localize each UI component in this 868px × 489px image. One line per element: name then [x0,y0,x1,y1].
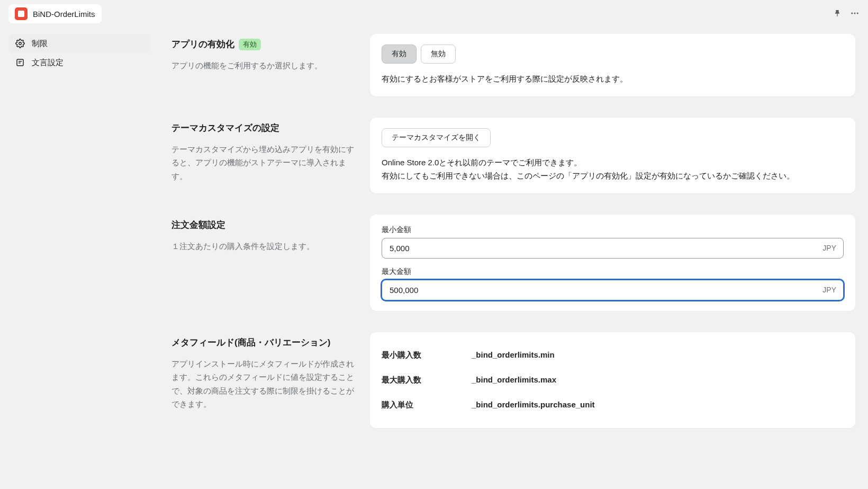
section-activation: アプリの有効化 有効 アプリの機能をご利用するか選択します。 有効 無効 有効に… [171,34,855,96]
disable-button[interactable]: 無効 [421,45,456,64]
note-icon [15,57,25,68]
section-title: アプリの有効化 有効 [171,38,359,50]
max-amount-label: 最大金額 [382,267,844,277]
app-logo [15,7,28,20]
section-title: 注文金額設定 [171,219,359,231]
min-amount-input[interactable] [382,238,844,259]
section-info: メタフィールド(商品・バリエーション) アプリインストール時にメタフィールドが作… [171,332,359,428]
section-desc: テーマカスタマイズから埋め込みアプリを有効にすると、アプリの機能がストアテーマに… [171,143,359,183]
theme-note-2: 有効にしてもご利用できない場合は、このページの「アプリの有効化」設定が有効になっ… [382,169,844,183]
section-desc: アプリインストール時にメタフィールドが作成されます。これらのメタフィールドに値を… [171,357,359,411]
sidebar-item-label: 制限 [32,39,48,49]
metafield-card: 最小購入数 _bind_orderlimits.min 最大購入数 _bind_… [370,332,855,428]
section-title: メタフィールド(商品・バリエーション) [171,336,359,349]
activation-note: 有効にするとお客様がストアをご利用する際に設定が反映されます。 [382,72,844,86]
section-title-text: アプリの有効化 [171,38,234,50]
svg-point-2 [857,12,858,14]
sidebar-item-text-settings[interactable]: 文言設定 [8,53,150,72]
section-title-text: 注文金額設定 [171,219,225,231]
main-content: アプリの有効化 有効 アプリの機能をご利用するか選択します。 有効 無効 有効に… [159,28,868,489]
sidebar-item-limits[interactable]: 制限 [8,34,150,53]
meta-row: 最小購入数 _bind_orderlimits.min [382,343,844,368]
svg-point-1 [854,12,856,14]
max-amount-input[interactable] [382,280,844,300]
meta-label: 最大購入数 [382,375,472,385]
meta-row: 最大購入数 _bind_orderlimits.max [382,368,844,393]
section-title-text: メタフィールド(商品・バリエーション) [171,336,330,349]
max-amount-input-wrap: JPY [382,280,844,300]
meta-value: _bind_orderlimits.min [472,350,555,360]
meta-row: 購入単位 _bind_orderlimits.purchase_unit [382,393,844,417]
meta-value: _bind_orderlimits.max [472,375,556,385]
meta-label: 最小購入数 [382,350,472,360]
min-amount-group: 最小金額 JPY [382,225,844,259]
section-amount: 注文金額設定 １注文あたりの購入条件を設定します。 最小金額 JPY 最大金額 [171,215,855,311]
svg-point-0 [851,12,853,14]
section-title: テーマカスタマイズの設定 [171,122,359,134]
sidebar-item-label: 文言設定 [32,58,64,68]
svg-point-3 [19,42,22,45]
app-header-right [833,8,860,20]
amount-card: 最小金額 JPY 最大金額 JPY [370,215,855,311]
app-header: BiND-OrderLimits [0,0,868,28]
open-theme-customize-button[interactable]: テーマカスタマイズを開く [382,128,491,147]
toggle-button-group: 有効 無効 [382,45,844,64]
section-desc: アプリの機能をご利用するか選択します。 [171,59,359,73]
section-info: 注文金額設定 １注文あたりの購入条件を設定します。 [171,215,359,311]
status-badge: 有効 [239,39,261,50]
section-info: アプリの有効化 有効 アプリの機能をご利用するか選択します。 [171,34,359,96]
enable-button[interactable]: 有効 [382,45,417,64]
sidebar: 制限 文言設定 [0,28,159,489]
app-header-left: BiND-OrderLimits [8,4,102,23]
section-info: テーマカスタマイズの設定 テーマカスタマイズから埋め込みアプリを有効にすると、ア… [171,118,359,193]
gear-icon [15,38,25,49]
theme-card: テーマカスタマイズを開く Online Store 2.0とそれ以前のテーマでご… [370,118,855,193]
activation-card: 有効 無効 有効にするとお客様がストアをご利用する際に設定が反映されます。 [370,34,855,96]
meta-value: _bind_orderlimits.purchase_unit [472,400,595,410]
theme-note-1: Online Store 2.0とそれ以前のテーマでご利用できます。 [382,156,844,170]
min-amount-label: 最小金額 [382,225,844,235]
max-amount-group: 最大金額 JPY [382,267,844,300]
app-title: BiND-OrderLimits [33,10,95,19]
more-icon[interactable] [850,8,860,20]
meta-label: 購入単位 [382,400,472,410]
layout: 制限 文言設定 アプリの有効化 有効 アプリの機能をご利用するか選択します。 有… [0,28,868,489]
section-metafield: メタフィールド(商品・バリエーション) アプリインストール時にメタフィールドが作… [171,332,855,428]
section-desc: １注文あたりの購入条件を設定します。 [171,239,359,253]
theme-button-group: テーマカスタマイズを開く [382,128,844,147]
min-amount-input-wrap: JPY [382,238,844,259]
pin-icon[interactable] [833,9,842,19]
section-title-text: テーマカスタマイズの設定 [171,122,279,134]
section-theme: テーマカスタマイズの設定 テーマカスタマイズから埋め込みアプリを有効にすると、ア… [171,118,855,193]
